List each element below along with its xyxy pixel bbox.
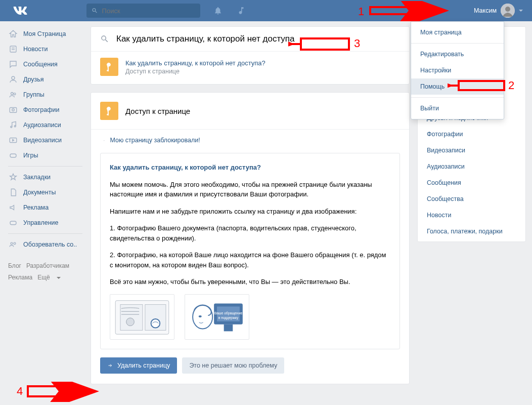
search-icon [100, 34, 109, 44]
nav-friends[interactable]: Друзья [6, 72, 84, 87]
delete-page-button[interactable]: Удалить страницу [100, 357, 177, 374]
nav-label: Аудиозаписи [23, 122, 61, 129]
cat-video[interactable]: Видеозаписи [418, 142, 525, 158]
svg-text:в поддержку: в поддержку [218, 315, 239, 319]
user-menu-trigger[interactable]: Максим [474, 0, 523, 21]
topbar-search[interactable] [86, 4, 200, 18]
nav-messages[interactable]: Сообщения [6, 57, 84, 72]
cat-communities[interactable]: Сообщества [418, 191, 525, 207]
svg-rect-2 [10, 46, 16, 52]
article-p1: Мы можем помочь. Для этого необходимо, ч… [110, 180, 390, 199]
key-icon [100, 102, 118, 120]
bell-icon[interactable] [213, 6, 223, 15]
svg-text:Ваше обращение: Ваше обращение [214, 311, 243, 315]
dropdown-separator [411, 43, 504, 44]
svg-point-15 [11, 242, 13, 245]
arrow-right-icon [107, 362, 113, 369]
music-icon[interactable] [237, 6, 246, 15]
footer-more[interactable]: Ещё [37, 274, 66, 281]
footer-ads[interactable]: Реклама [8, 274, 32, 281]
news-icon [8, 44, 18, 54]
nav-label: Управление [23, 219, 59, 226]
nav-manage[interactable]: Управление [6, 215, 84, 230]
svg-point-21 [126, 317, 135, 326]
search-result-item[interactable]: Как удалить страницу, к которой нет дост… [91, 51, 409, 84]
svg-point-10 [11, 126, 12, 128]
games-icon [8, 150, 18, 160]
passport-illustration [110, 294, 174, 340]
article-body: Как удалить страницу, к которой нет дост… [100, 153, 400, 349]
svg-point-20 [151, 318, 160, 328]
svg-point-7 [14, 93, 16, 95]
dropdown-my-page[interactable]: Моя страница [411, 24, 504, 40]
cat-audio[interactable]: Аудиозаписи [418, 158, 525, 175]
cat-news[interactable]: Новости [418, 207, 525, 223]
nav-ads[interactable]: Реклама [6, 200, 84, 215]
caret-down-icon [519, 10, 523, 12]
home-icon [8, 29, 18, 39]
nav-news[interactable]: Новости [6, 42, 84, 57]
selfie-illustration: Ваше обращениев поддержку [185, 294, 249, 340]
friends-icon [8, 74, 18, 85]
annotation-3: 3 [288, 34, 364, 55]
article-p5: Всё это нам нужно, чтобы быть уверенными… [110, 277, 390, 287]
docs-icon [8, 187, 18, 197]
nav-community-browser[interactable]: Обозреватель со.. [6, 237, 84, 252]
nav-label: Группы [23, 91, 45, 98]
nav-groups[interactable]: Группы [6, 87, 84, 102]
nav-label: Реклама [23, 204, 49, 211]
annotation-4: 4 [17, 382, 100, 402]
result-subtitle: Доступ к странице [125, 68, 265, 75]
result-title: Как удалить страницу, к которой нет дост… [125, 59, 265, 67]
audio-icon [8, 120, 18, 130]
vk-logo[interactable] [13, 3, 28, 18]
dropdown-edit[interactable]: Редактировать [411, 46, 504, 62]
article-p4: 2. Фотографию, на которой Ваше лицо нахо… [110, 250, 390, 270]
article-p2: Напишите нам и не забудьте приложить ссы… [110, 207, 390, 217]
article-title: Как удалить страницу, к которой нет дост… [110, 163, 390, 173]
svg-rect-14 [10, 221, 16, 225]
svg-rect-33 [301, 38, 349, 50]
nav-label: Моя Страница [23, 30, 66, 37]
nav-label: Сообщения [23, 61, 58, 68]
annotation-2: 2 [448, 76, 518, 96]
topbar-search-input[interactable] [102, 7, 195, 15]
svg-rect-31 [459, 81, 504, 90]
star-icon [8, 172, 18, 182]
community-icon [8, 239, 18, 250]
not-resolved-button[interactable]: Это не решает мою проблему [182, 357, 284, 374]
svg-point-6 [11, 93, 14, 95]
footer-devs[interactable]: Разработчикам [26, 262, 69, 269]
cat-messages[interactable]: Сообщения [418, 175, 525, 191]
nav-docs[interactable]: Документы [6, 185, 84, 200]
svg-rect-29 [370, 7, 431, 14]
nav-games[interactable]: Игры [6, 148, 84, 163]
nav-photos[interactable]: Фотографии [6, 102, 84, 117]
dropdown-logout[interactable]: Выйти [411, 100, 504, 116]
nav-audio[interactable]: Аудиозаписи [6, 117, 84, 133]
search-icon [92, 7, 98, 14]
svg-rect-35 [28, 386, 81, 396]
svg-point-1 [505, 7, 510, 12]
dropdown-separator [411, 97, 504, 98]
footer-blog[interactable]: Блог [8, 262, 21, 269]
svg-point-28 [199, 315, 202, 317]
nav-label: Видеозаписи [23, 137, 62, 144]
nav-bookmarks[interactable]: Закладки [6, 170, 84, 185]
nav-video[interactable]: Видеозаписи [6, 133, 84, 148]
nav-label: Фотографии [23, 106, 59, 113]
cat-payments[interactable]: Голоса, платежи, подарки [418, 223, 525, 239]
video-icon [8, 135, 18, 145]
svg-rect-13 [10, 154, 16, 157]
article-p3: 1. Фотографию Вашего документа (паспорта… [110, 223, 390, 243]
article-link-blocked[interactable]: Мою страницу заблокировали! [91, 130, 409, 149]
nav-my-page[interactable]: Моя Страница [6, 26, 84, 42]
svg-point-11 [14, 126, 16, 127]
section-title: Доступ к странице [125, 107, 190, 115]
svg-point-5 [12, 76, 15, 79]
cat-photos[interactable]: Фотографии [418, 126, 525, 142]
gamepad-icon [8, 218, 18, 228]
user-name: Максим [474, 7, 497, 14]
help-article-card: Доступ к странице Мою страницу заблокиро… [91, 92, 410, 384]
nav-label: Игры [23, 152, 38, 159]
